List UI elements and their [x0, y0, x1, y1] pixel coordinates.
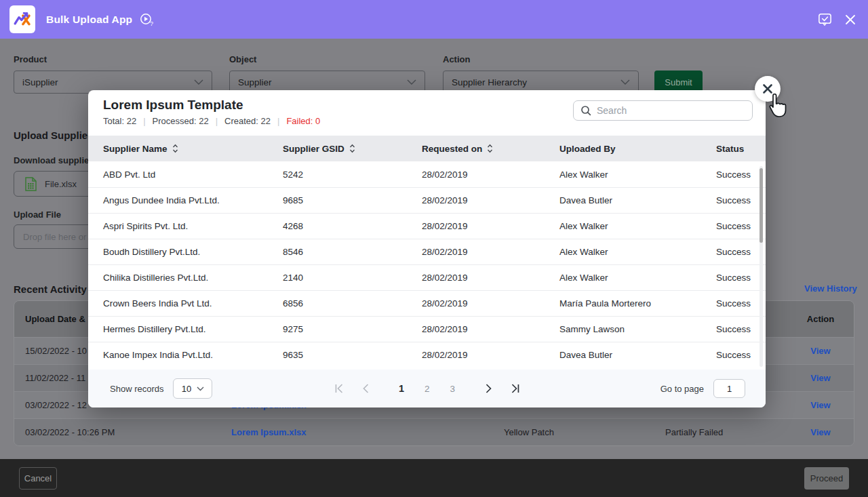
first-page-icon[interactable] [334, 384, 344, 393]
template-file-name: File.xlsx [45, 179, 77, 189]
status-cell: Success [716, 324, 766, 334]
go-to-page-label: Go to page [660, 384, 704, 394]
supplier-gsid-cell: 9685 [283, 195, 422, 205]
status-cell: Success [716, 298, 766, 309]
page-number-1[interactable]: 1 [399, 383, 404, 394]
uploaded-by-cell: Alex Walker [559, 273, 716, 283]
type-cell: Yellow Patch [504, 427, 665, 437]
supplier-gsid-cell: 6856 [283, 298, 422, 309]
supplier-gsid-cell: 9275 [283, 324, 422, 334]
chevron-down-icon [194, 79, 203, 85]
modal-title: Lorem Ipsum Template [103, 98, 243, 113]
requested-on-cell: 28/02/2019 [422, 221, 559, 231]
supplier-name-cell: Kanoe Impex India Pvt.Ltd. [103, 350, 283, 360]
requested-on-cell: 28/02/2019 [422, 298, 559, 309]
page-size-value: 10 [182, 384, 191, 394]
column-label: Supplier Name [103, 144, 167, 154]
table-row: Crown Beers India Pvt Ltd.685628/02/2019… [88, 290, 766, 316]
status-cell: Success [716, 195, 766, 205]
stat-separator: | [216, 116, 218, 126]
recent-activity-heading: Recent Activity [14, 283, 87, 295]
sort-icon[interactable] [349, 144, 355, 153]
requested-on-cell: 28/02/2019 [422, 324, 559, 334]
last-page-icon[interactable] [509, 384, 519, 393]
recent-column-header: Action [787, 314, 854, 324]
app-title: Bulk Upload App [46, 0, 132, 39]
supplier-name-cell: Crown Beers India Pvt Ltd. [103, 298, 283, 309]
product-value: iSupplier [22, 77, 58, 87]
view-link[interactable]: View [787, 373, 854, 383]
app-header: Bulk Upload App ? [0, 0, 868, 39]
recent-activity-row: 03/02/2022 - 10:26 PMLorem Ipsum.xlsxYel… [14, 418, 854, 445]
column-header-requested-on[interactable]: Requested on [422, 144, 559, 154]
video-help-icon[interactable]: ? [139, 12, 155, 28]
column-header-supplier-gsid[interactable]: Supplier GSID [283, 144, 422, 154]
stat-separator: | [143, 116, 145, 126]
view-link[interactable]: View [787, 427, 854, 437]
requested-on-cell: 28/02/2019 [422, 195, 559, 205]
uploaded-by-cell: Davea Butler [559, 195, 716, 205]
column-header-supplier-name[interactable]: Supplier Name [103, 144, 283, 154]
column-label: Status [716, 144, 744, 154]
cancel-button[interactable]: Cancel [19, 467, 57, 490]
supplier-gsid-cell: 4268 [283, 221, 422, 231]
requested-on-cell: 28/02/2019 [422, 247, 559, 257]
column-header-uploaded-by: Uploaded By [559, 144, 716, 154]
chevron-down-icon [407, 79, 416, 85]
show-records-label: Show records [110, 384, 163, 394]
supplier-gsid-cell: 5242 [283, 170, 422, 180]
page-size-dropdown[interactable]: 10 [173, 378, 212, 399]
stat-1: Total: 22 [103, 116, 136, 126]
chevron-down-icon [620, 79, 630, 85]
uploaded-by-cell: Davea Butler [559, 350, 716, 360]
view-link[interactable]: View [787, 400, 854, 410]
table-row: Angus Dundee India Pvt.Ltd.968528/02/201… [88, 187, 766, 213]
appexchange-logo-icon [12, 9, 33, 30]
supplier-name-cell: Angus Dundee India Pvt.Ltd. [103, 195, 283, 205]
view-link[interactable]: View [787, 346, 854, 356]
stat-separator: | [277, 116, 279, 126]
go-to-page-input[interactable] [713, 379, 745, 398]
uploaded-by-cell: María Paula Morterero [559, 298, 716, 309]
uploaded-by-cell: Alex Walker [559, 247, 716, 257]
requested-on-cell: 28/02/2019 [422, 170, 559, 180]
sort-icon[interactable] [172, 144, 178, 153]
table-row: Kanoe Impex India Pvt.Ltd.963528/02/2019… [88, 342, 766, 367]
supplier-name-cell: Boudh Distillery Pvt.Ltd. [103, 247, 283, 257]
prev-page-icon[interactable] [362, 384, 369, 393]
stat-3: Created: 22 [224, 116, 271, 126]
product-label: Product [14, 54, 47, 64]
status-cell: Partially Failed [665, 427, 787, 437]
modal-close-button[interactable] [755, 76, 781, 102]
column-label: Supplier GSID [283, 144, 344, 154]
supplier-name-cell: Hermes Distillery Pvt.Ltd. [103, 324, 283, 334]
file-name-link[interactable]: Lorem Ipsum.xlsx [231, 427, 504, 437]
modal-scrollbar-thumb[interactable] [760, 168, 763, 243]
table-row: Boudh Distillery Pvt.Ltd.854628/02/2019A… [88, 239, 766, 264]
suppliers-table-header: Supplier NameSupplier GSIDRequested onUp… [88, 136, 766, 161]
requested-on-cell: 28/02/2019 [422, 350, 559, 360]
suppliers-table: Supplier NameSupplier GSIDRequested onUp… [88, 136, 766, 367]
supplier-gsid-cell: 8546 [283, 247, 422, 257]
window-close-icon[interactable] [844, 13, 857, 26]
view-history-link[interactable]: View History [804, 283, 857, 294]
requested-on-cell: 28/02/2019 [422, 273, 559, 283]
search-input[interactable] [597, 105, 745, 116]
sort-icon[interactable] [487, 144, 493, 153]
column-header-status: Status [716, 144, 766, 154]
supplier-gsid-cell: 2140 [283, 273, 422, 283]
status-cell: Success [716, 273, 766, 283]
table-row: ABD Pvt. Ltd524228/02/2019Alex WalkerSuc… [88, 161, 766, 187]
modal-stats: Total: 22|Processed: 22|Created: 22|Fail… [103, 116, 320, 126]
page-number-3[interactable]: 3 [450, 384, 456, 394]
proceed-button[interactable]: Proceed [804, 467, 849, 490]
uploaded-by-cell: Alex Walker [559, 221, 716, 231]
next-page-icon[interactable] [485, 384, 492, 393]
status-cell: Success [716, 247, 766, 257]
bulk-upload-app-window: Bulk Upload App ? [0, 0, 868, 497]
column-label: Requested on [422, 144, 482, 154]
feedback-check-icon[interactable] [817, 12, 833, 27]
search-icon [580, 105, 591, 116]
page-number-2[interactable]: 2 [425, 384, 430, 394]
table-row: Aspri Spirits Pvt. Ltd.426828/02/2019Ale… [88, 213, 766, 239]
